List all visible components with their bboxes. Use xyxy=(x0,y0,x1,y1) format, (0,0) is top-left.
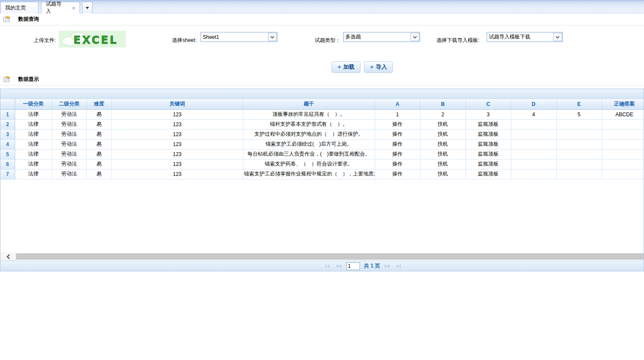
tab-label: 我的主页 xyxy=(5,4,26,12)
table-cell xyxy=(602,119,644,129)
table-cell: 劳动法 xyxy=(52,169,86,179)
sheet-select[interactable]: Sheet1 xyxy=(201,32,277,42)
table-cell: 123 xyxy=(112,149,243,159)
table-cell: 扶机 xyxy=(420,119,465,129)
table-row[interactable]: 3法律劳动法易123支护过程中必须对支护地点的（ ）进行保护。操作扶机监视顶板 xyxy=(0,129,644,139)
column-header-a[interactable]: A xyxy=(375,99,420,109)
first-page-button[interactable] xyxy=(324,264,331,269)
table-cell xyxy=(556,129,602,139)
table-cell: 法律 xyxy=(15,149,52,159)
table-cell: 3 xyxy=(465,109,511,119)
column-header-b[interactable]: B xyxy=(420,99,465,109)
template-download-select[interactable]: 试题导入模板下载 xyxy=(487,32,563,42)
table-cell: 易 xyxy=(86,139,112,149)
tab-question-import[interactable]: 试题导入 × xyxy=(41,2,80,13)
table-cell: 操作 xyxy=(375,149,420,159)
table-cell: 易 xyxy=(86,109,112,119)
tab-bar: 我的主页 试题导入 × xyxy=(0,0,644,13)
table-cell: 易 xyxy=(86,169,112,179)
chevron-down-icon xyxy=(411,33,419,41)
table-cell: 劳动法 xyxy=(52,109,86,119)
column-header-category1[interactable]: 一级分类 xyxy=(15,99,52,109)
row-number-cell: 2 xyxy=(0,119,15,129)
tab-list-dropdown-button[interactable] xyxy=(82,2,92,13)
select-sheet-label: 选择sheet: xyxy=(172,37,197,44)
template-download-label: 选择下载导入模板: xyxy=(437,37,479,44)
column-header-answer[interactable]: 正确答案 xyxy=(602,99,644,109)
tab-close-icon[interactable]: × xyxy=(72,5,75,11)
table-cell: 扶机 xyxy=(420,149,465,159)
table-cell xyxy=(511,169,556,179)
section-title: 数据显示 xyxy=(18,76,39,83)
table-row[interactable]: 4法律劳动法易123锚索支护工必须经过( )后方可上岗。操作扶机监视顶板 xyxy=(0,139,644,149)
table-cell xyxy=(556,149,602,159)
table-cell: 法律 xyxy=(15,109,52,119)
question-import-page: 我的主页 试题导入 × 数据查询 上传文件: xyxy=(0,0,644,360)
table-cell xyxy=(602,149,644,159)
upload-file-label: 上传文件: xyxy=(34,37,56,44)
column-header-d[interactable]: D xyxy=(511,99,556,109)
page-number-input[interactable] xyxy=(346,262,360,270)
table-cell: 扶机 xyxy=(420,159,465,169)
column-header-stem[interactable]: 题干 xyxy=(243,99,375,109)
table-cell: 锚索支护工必须掌握作业规程中规定的（ ），上要地质水文情况 xyxy=(243,169,375,179)
chevron-left-icon xyxy=(6,254,10,259)
excel-logo-text: EXCEL xyxy=(73,34,118,46)
table-row[interactable]: 1法律劳动法易123顶板事故的常见征兆有（ ）。12345ABCDE xyxy=(0,109,644,119)
table-cell: 5 xyxy=(556,109,602,119)
table-cell xyxy=(602,169,644,179)
prev-page-button[interactable] xyxy=(334,264,343,269)
import-button-label: 导入 xyxy=(376,63,387,71)
table-cell: 锚索支护药卷、（ ）符合设计要求。 xyxy=(243,159,375,169)
table-cell: 123 xyxy=(112,119,243,129)
table-cell: 123 xyxy=(112,159,243,169)
table-cell xyxy=(511,149,556,159)
data-grid-icon xyxy=(3,16,10,23)
table-cell xyxy=(511,129,556,139)
table-cell xyxy=(556,119,602,129)
table-cell: 法律 xyxy=(15,129,52,139)
table-cell: 监视顶板 xyxy=(465,159,511,169)
table-cell xyxy=(556,159,602,169)
excel-upload-button[interactable]: EXCEL xyxy=(59,31,126,48)
table-cell: 操作 xyxy=(375,129,420,139)
table-row[interactable]: 7法律劳动法易123锚索支护工必须掌握作业规程中规定的（ ），上要地质水文情况操… xyxy=(0,169,644,179)
table-cell: 劳动法 xyxy=(52,149,86,159)
table-cell: 监视顶板 xyxy=(465,119,511,129)
question-type-label: 试题类型： xyxy=(315,37,341,44)
table-cell: 扶机 xyxy=(420,169,465,179)
question-type-select[interactable]: 多选题 xyxy=(343,32,420,42)
table-cell: 扶机 xyxy=(420,139,465,149)
table-cell: 劳动法 xyxy=(52,139,86,149)
column-header-c[interactable]: C xyxy=(465,99,511,109)
column-header-difficulty[interactable]: 难度 xyxy=(86,99,112,109)
table-row[interactable]: 5法律劳动法易123每台钻机必须由三人负责作业，( )要做到互相配合。操作扶机监… xyxy=(0,149,644,159)
table-cell xyxy=(602,129,644,139)
column-header-e[interactable]: E xyxy=(556,99,602,109)
table-cell: 锚杆支护基本支护形式有（ ）。 xyxy=(243,119,375,129)
table-cell: 易 xyxy=(86,149,112,159)
column-header-keywords[interactable]: 关键词 xyxy=(112,99,243,109)
column-header-category2[interactable]: 二级分类 xyxy=(52,99,86,109)
tab-my-home[interactable]: 我的主页 xyxy=(0,2,38,13)
next-page-button[interactable] xyxy=(383,264,392,269)
plus-icon: + xyxy=(370,64,373,70)
table-row[interactable]: 2法律劳动法易123锚杆支护基本支护形式有（ ）。操作扶机监视顶板 xyxy=(0,119,644,129)
questions-table: 一级分类 二级分类 难度 关键词 题干 A B C D E 正确答案 1法律劳动… xyxy=(0,99,644,179)
scroll-left-button[interactable] xyxy=(0,252,16,261)
grid-viewport: 一级分类 二级分类 难度 关键词 题干 A B C D E 正确答案 1法律劳动… xyxy=(0,99,644,179)
import-button[interactable]: + 导入 xyxy=(364,61,393,73)
horizontal-scrollbar[interactable] xyxy=(0,252,644,261)
load-button[interactable]: + 加载 xyxy=(332,61,360,73)
data-display-section-header: 数据显示 xyxy=(0,73,644,86)
row-number-cell: 6 xyxy=(0,159,15,169)
table-cell: 易 xyxy=(86,129,112,139)
table-cell: 劳动法 xyxy=(52,159,86,169)
table-cell: 监视顶板 xyxy=(465,139,511,149)
data-grid: 一级分类 二级分类 难度 关键词 题干 A B C D E 正确答案 1法律劳动… xyxy=(0,89,644,271)
table-row[interactable]: 6法律劳动法易123锚索支护药卷、（ ）符合设计要求。操作扶机监视顶板 xyxy=(0,159,644,169)
column-header-rownum xyxy=(0,99,15,109)
scrollbar-thumb[interactable] xyxy=(16,253,644,260)
grid-empty-area xyxy=(0,179,644,253)
last-page-button[interactable] xyxy=(395,264,402,269)
